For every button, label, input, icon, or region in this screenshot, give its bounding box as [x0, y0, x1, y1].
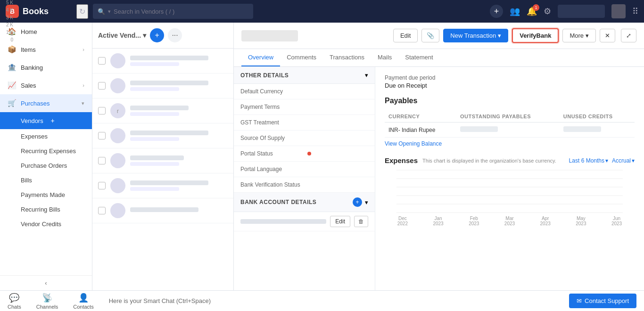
attach-button[interactable]: 📎 [421, 29, 439, 42]
channels-button[interactable]: 📡 Channels [36, 293, 58, 310]
settings-button[interactable]: ⚙ [544, 6, 551, 16]
unused-value [563, 126, 601, 132]
vendor-rows: r [92, 49, 233, 290]
add-bank-account-button[interactable]: + [353, 197, 362, 207]
smart-chat-text: Here is your Smart Chat (Ctrl+Space) [109, 297, 211, 304]
vendor-checkbox[interactable] [98, 57, 106, 65]
vendor-row[interactable] [92, 198, 233, 223]
vendor-checkbox[interactable] [98, 207, 106, 214]
sidebar-item-banking[interactable]: 🏦 Banking [0, 58, 92, 76]
notifications-button[interactable]: 🔔 1 [527, 6, 537, 16]
vendor-filter-dropdown[interactable]: Active Vend... ▾ [98, 32, 146, 39]
logo-area: B Books [6, 5, 72, 18]
vendor-list-panel: Active Vend... ▾ + ··· [92, 23, 234, 290]
expenses-section: Expenses This chart is displayed in the … [385, 156, 635, 226]
tab-overview[interactable]: Overview [241, 49, 280, 66]
detail-row-bank-verification: Bank Verification Status [234, 177, 375, 193]
contacts-button[interactable]: 👤 Contacts [73, 293, 93, 310]
more-button[interactable]: More ▾ [562, 29, 596, 42]
search-input[interactable] [114, 8, 248, 15]
vendor-checkbox[interactable] [98, 82, 106, 90]
overview-left-panel: OTHER DETAILS ▾ Default Currency Payment… [234, 67, 375, 290]
payables-outstanding [456, 123, 560, 138]
x-label: May2023 [576, 216, 586, 226]
avatar [110, 153, 125, 168]
notification-badge: 1 [533, 4, 539, 11]
expand-icon-button[interactable]: ⤢ [621, 29, 636, 42]
app-name: Books [23, 7, 49, 16]
detail-label: Source Of Supply [240, 135, 302, 141]
payables-section: Payables CURRENCY OUTSTANDING PAYABLES U… [385, 97, 635, 147]
avatar [110, 128, 125, 143]
other-details-section-header[interactable]: OTHER DETAILS ▾ [234, 67, 375, 84]
verify-bank-button[interactable]: VerifyBank [512, 28, 559, 43]
search-bar[interactable]: 🔍 ▾ [93, 4, 253, 19]
bank-account-section-header[interactable]: BANK ACCOUNT DETAILS + ▾ [234, 193, 375, 212]
delete-bank-button[interactable]: 🗑 [354, 216, 368, 227]
add-button[interactable]: + [490, 5, 503, 18]
refresh-button[interactable]: ↻ [76, 4, 88, 19]
sidebar-item-label: Purchases [21, 100, 50, 107]
chats-button[interactable]: 💬 Chats [8, 293, 21, 310]
new-transaction-button[interactable]: New Transaction ▾ [443, 29, 508, 42]
sidebar-item-sales[interactable]: 📈 Sales › [0, 76, 92, 94]
contact-support-button[interactable]: ✉ Contact Support [569, 294, 636, 308]
detail-row-portal-language: Portal Language [234, 162, 375, 177]
sidebar-sub-item-vendor-credits[interactable]: Vendor Credits [0, 217, 92, 231]
user-avatar[interactable] [611, 4, 626, 18]
avatar: r [110, 103, 125, 118]
vendor-row[interactable] [92, 123, 233, 148]
chart-area: 0 1 K 2 K 3 K 4 K 5 K [385, 170, 635, 226]
vendor-checkbox[interactable] [98, 107, 106, 115]
outstanding-value [460, 126, 498, 132]
vendor-sub [130, 187, 179, 191]
other-details-title: OTHER DETAILS [240, 72, 289, 79]
overview-content: OTHER DETAILS ▾ Default Currency Payment… [234, 67, 644, 290]
contacts-label: Contacts [73, 304, 93, 310]
sidebar-sub-item-recurring-bills[interactable]: Recurring Bills [0, 202, 92, 217]
main-layout: 🏠 Home 📦 Items › 🏦 Banking 📈 Sales › 🛒 P… [0, 23, 644, 290]
sidebar-item-purchases[interactable]: 🛒 Purchases ▾ [0, 94, 92, 112]
grid-icon-button[interactable]: ⠿ [632, 6, 638, 16]
tab-mails[interactable]: Mails [371, 49, 398, 66]
x-axis-labels: Dec2022 Jan2023 Feb2023 Mar2023 [385, 216, 635, 226]
vendor-sub [130, 162, 179, 166]
sidebar-sub-item-expenses[interactable]: Expenses [0, 129, 92, 144]
tab-comments[interactable]: Comments [280, 49, 323, 66]
sidebar-sub-item-vendors[interactable]: Vendors + [0, 112, 92, 129]
vendor-row[interactable] [92, 49, 233, 74]
edit-bank-button[interactable]: Edit [330, 216, 350, 227]
sidebar-sub-item-bills[interactable]: Bills [0, 173, 92, 188]
expenses-header: Expenses This chart is displayed in the … [385, 156, 635, 164]
sidebar-collapse-button[interactable]: ‹ [0, 275, 92, 290]
sidebar: 🏠 Home 📦 Items › 🏦 Banking 📈 Sales › 🛒 P… [0, 23, 92, 290]
tab-statement[interactable]: Statement [398, 49, 439, 66]
sidebar-sub-item-purchase-orders[interactable]: Purchase Orders [0, 158, 92, 173]
close-button[interactable]: ✕ [600, 29, 615, 42]
sidebar-sub-item-recurring-expenses[interactable]: Recurring Expenses [0, 144, 92, 158]
chevron-down-icon: ▾ [498, 32, 501, 39]
payables-title: Payables [385, 97, 635, 105]
contacts-icon-button[interactable]: 👥 [510, 6, 520, 16]
vendor-sub [130, 112, 179, 116]
accrual-filter[interactable]: Accrual ▾ [612, 157, 635, 164]
view-opening-balance-link[interactable]: View Opening Balance [385, 140, 442, 147]
vendor-checkbox[interactable] [98, 182, 106, 189]
add-vendor-icon[interactable]: + [48, 116, 58, 125]
detail-row-gst-treatment: GST Treatment [234, 115, 375, 131]
vendor-row[interactable]: r [92, 98, 233, 123]
edit-button[interactable]: Edit [393, 29, 418, 42]
expenses-chart [385, 170, 635, 213]
last-months-filter[interactable]: Last 6 Months ▾ [569, 157, 608, 164]
tab-transactions[interactable]: Transactions [323, 49, 371, 66]
sidebar-item-items[interactable]: 📦 Items › [0, 41, 92, 58]
vendor-row[interactable] [92, 148, 233, 173]
vendor-checkbox[interactable] [98, 157, 106, 164]
vendor-row[interactable] [92, 173, 233, 198]
vendor-checkbox[interactable] [98, 132, 106, 139]
sidebar-sub-item-payments-made[interactable]: Payments Made [0, 188, 92, 202]
vendor-more-button[interactable]: ··· [168, 28, 182, 42]
payment-due-label: Payment due period [385, 74, 635, 81]
vendor-row[interactable] [92, 74, 233, 98]
add-vendor-button[interactable]: + [150, 28, 164, 42]
